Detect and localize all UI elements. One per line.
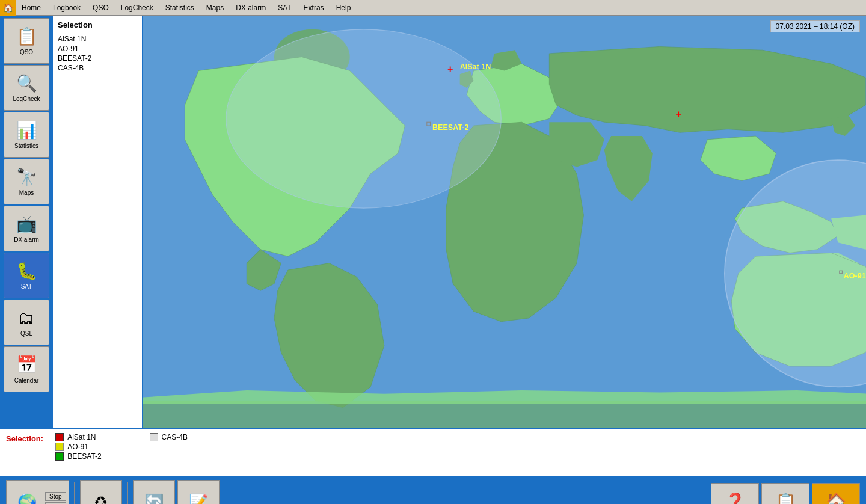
legend-alsat: AlSat 1N: [55, 433, 101, 441]
footprint-icon: 🌍: [17, 493, 37, 504]
menu-statistics[interactable]: Statistics: [159, 0, 200, 15]
svg-point-3: [226, 29, 501, 208]
sidebar-item-maps[interactable]: 🔭 Maps: [4, 159, 49, 204]
info-button[interactable]: 📝 Info: [180, 483, 216, 504]
legend-color-cas4b: [150, 433, 158, 441]
legend-label-alsat: AlSat 1N: [67, 433, 96, 441]
qsl-icon: 🗂: [18, 308, 35, 328]
sat-list-icon: 📋: [775, 492, 796, 504]
selection-label: Selection:: [6, 433, 43, 443]
legend-color-beesat2: [55, 452, 64, 461]
orbit-group: ♻ Orbit: [80, 480, 122, 504]
legend-label-beesat2: BEESAT-2: [67, 452, 101, 461]
svg-text:+: +: [447, 64, 453, 74]
sidebar-item-qsl[interactable]: 🗂 QSL: [4, 300, 49, 345]
sidebar-item-calendar[interactable]: 📅 Calendar: [4, 346, 49, 392]
stop-btn-group: Stop - +: [45, 492, 66, 505]
menu-logbook[interactable]: Logbook: [47, 0, 87, 15]
right-tools: ❓ Help 📋 SAT list and data 🏠 Home: [711, 483, 860, 504]
legend-section-right: CAS-4B: [150, 433, 188, 441]
stop-button[interactable]: Stop: [45, 492, 66, 501]
help-icon: ❓: [725, 492, 746, 505]
app-icon: 🏠: [0, 0, 16, 16]
statistics-icon: 📊: [16, 120, 37, 140]
svg-text:+: +: [676, 109, 681, 119]
sidebar-label-dxalarm: DX alarm: [14, 236, 39, 243]
info-bar: Selection: AlSat 1N AO-91 BEESAT-2 CAS-4…: [0, 428, 866, 476]
sidebar-label-qso: QSO: [20, 49, 33, 55]
sidebar-label-statistics: Statistics: [14, 143, 38, 149]
menu-home[interactable]: Home: [16, 0, 47, 15]
menu-dxalarm[interactable]: DX alarm: [230, 0, 272, 15]
sidebar-item-sat[interactable]: 🐛 SAT: [4, 253, 49, 298]
menu-help[interactable]: Help: [330, 0, 357, 15]
selection-panel: Selection AlSat 1N AO-91 BEESAT-2 CAS-4B: [53, 16, 143, 428]
legend-ao91: AO-91: [55, 443, 101, 451]
menu-qso[interactable]: QSO: [87, 0, 115, 15]
logcheck-icon: 🔍: [16, 73, 37, 93]
sidebar-label-qsl: QSL: [20, 330, 32, 337]
datetime-overlay: 07.03 2021 – 18:14 (OZ): [770, 20, 860, 32]
sat-list-button[interactable]: 📋 SAT list and data: [761, 483, 809, 504]
selection-title: Selection: [58, 20, 137, 29]
legend-color-alsat: [55, 433, 64, 441]
menu-extras[interactable]: Extras: [298, 0, 330, 15]
sidebar-label-maps: Maps: [19, 189, 34, 196]
home-icon: 🏠: [826, 492, 847, 505]
reset-group: 🔄 Reset: [133, 480, 175, 504]
legend-label-ao91: AO-91: [67, 443, 88, 451]
menu-logcheck[interactable]: LogCheck: [115, 0, 159, 15]
svg-text:BEESAT-2: BEESAT-2: [432, 123, 469, 132]
orbit-icon: ♻: [94, 493, 108, 504]
svg-text:AlSat 1N: AlSat 1N: [460, 63, 491, 71]
reset-icon: 🔄: [144, 493, 164, 504]
sidebar-item-statistics[interactable]: 📊 Statistics: [4, 112, 49, 158]
legend-label-cas4b: CAS-4B: [162, 433, 188, 441]
svg-text:AO-91: AO-91: [844, 272, 866, 280]
separator-1: [74, 482, 75, 504]
qso-icon: 📋: [16, 26, 37, 46]
calendar-icon: 📅: [16, 355, 37, 375]
orbit-button[interactable]: ♻ Orbit: [83, 483, 119, 504]
info-icon: 📝: [189, 493, 208, 504]
home-button[interactable]: 🏠 Home: [812, 483, 860, 504]
sidebar-item-qso[interactable]: 📋 QSO: [4, 18, 49, 64]
legend-color-ao91: [55, 443, 64, 451]
sidebar: 📋 QSO 🔍 LogCheck 📊 Statistics 🔭 Maps 📺 D…: [0, 16, 53, 428]
sat-item-cas4b[interactable]: CAS-4B: [58, 63, 137, 73]
sat-item-ao91[interactable]: AO-91: [58, 44, 137, 54]
separator-2: [127, 482, 128, 504]
sidebar-item-logcheck[interactable]: 🔍 LogCheck: [4, 65, 49, 111]
footprint-button[interactable]: 🌍 Footprint: [9, 483, 45, 504]
dxalarm-icon: 📺: [16, 214, 37, 234]
reset-button[interactable]: 🔄 Reset: [136, 483, 172, 504]
sidebar-label-calendar: Calendar: [14, 377, 39, 384]
info-group: 📝 Info: [177, 480, 220, 504]
sat-item-alsat[interactable]: AlSat 1N: [58, 34, 137, 44]
bottom-toolbar: 🌍 Footprint Stop - + ♻ Orbit 🔄 Reset 📝 I…: [0, 476, 866, 504]
menu-sat[interactable]: SAT: [272, 0, 297, 15]
sidebar-item-dxalarm[interactable]: 📺 DX alarm: [4, 206, 49, 251]
maps-icon: 🔭: [16, 167, 37, 187]
legend-section-left: AlSat 1N AO-91 BEESAT-2: [55, 433, 101, 461]
footprint-group: 🌍 Footprint Stop - +: [6, 480, 69, 504]
menu-maps[interactable]: Maps: [200, 0, 230, 15]
sidebar-label-sat: SAT: [21, 283, 32, 290]
map-area[interactable]: + AlSat 1N + BEESAT-2 AO-91 CAS-4B 07.03…: [143, 16, 866, 428]
help-button[interactable]: ❓ Help: [711, 483, 759, 504]
main-container: 📋 QSO 🔍 LogCheck 📊 Statistics 🔭 Maps 📺 D…: [0, 16, 866, 428]
sat-item-beesat2[interactable]: BEESAT-2: [58, 54, 137, 63]
sat-icon: 🐛: [16, 261, 37, 281]
stop-minus-button[interactable]: -: [45, 502, 66, 505]
menu-bar: 🏠 Home Logbook QSO LogCheck Statistics M…: [0, 0, 866, 16]
sidebar-label-logcheck: LogCheck: [13, 96, 40, 102]
legend-cas4b: CAS-4B: [150, 433, 188, 441]
legend-beesat2: BEESAT-2: [55, 452, 101, 461]
